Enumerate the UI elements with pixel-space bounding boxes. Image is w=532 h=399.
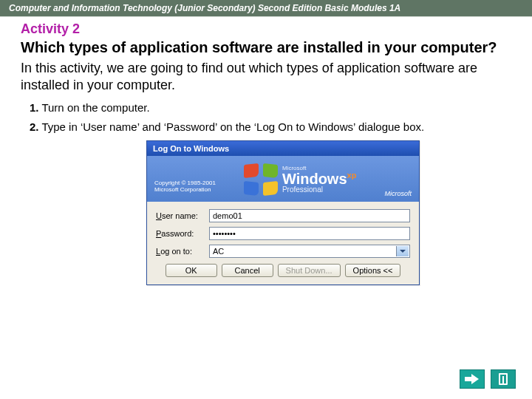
copyright-line1: Copyright © 1985-2001 [154,180,216,187]
brand-windows: Windowsxp [282,171,356,186]
end-button[interactable] [491,369,516,389]
brand-xp: xp [347,171,357,180]
footer-nav [460,369,516,389]
row-password: Password: •••••••• [156,227,410,240]
brand-professional: Professional [282,186,356,194]
windows-flag-icon [244,164,278,195]
end-icon [499,373,508,385]
row-logonto: Log on to: AC [156,245,410,258]
next-button[interactable] [460,369,485,389]
step-1-text: Turn on the computer. [41,101,149,114]
row-username: User name: demo01 [156,209,410,222]
label-logonto: Log on to: [156,247,209,256]
dialog-titlebar: Log On to Windows [147,141,419,156]
select-logonto[interactable]: AC [209,245,410,258]
logon-dialog: Log On to Windows Copyright © 1985-2001 … [146,140,420,285]
banner-left: Copyright © 1985-2001 Microsoft Corporat… [154,166,216,194]
shutdown-button[interactable]: Shut Down... [278,264,341,277]
step-2-text: Type in ‘User name’ and ‘Password’ on th… [41,120,424,133]
label-username: User name: [156,211,209,220]
activity-question: Which types of application software are … [21,38,511,57]
activity-label: Activity 2 [21,21,511,37]
dialog-button-row: OK Cancel Shut Down... Options << [156,264,410,277]
step-1-number: 1. [30,101,39,114]
input-password[interactable]: •••••••• [209,227,410,240]
cancel-button[interactable]: Cancel [222,264,273,277]
content-area: Activity 2 Which types of application so… [0,17,532,285]
ok-button[interactable]: OK [166,264,217,277]
step-1: 1. Turn on the computer. [30,100,511,115]
steps-list: 1. Turn on the computer. 2. Type in ‘Use… [21,100,511,135]
copyright-line2: Microsoft Corporation [154,186,216,194]
dialog-banner: Copyright © 1985-2001 Microsoft Corporat… [147,156,419,202]
brand-microsoft-right: Microsoft [384,190,412,197]
step-2-number: 2. [30,120,39,133]
module-header: Computer and Information Technology (Jun… [0,0,532,17]
step-2: 2. Type in ‘User name’ and ‘Password’ on… [30,120,511,134]
input-username[interactable]: demo01 [209,209,410,222]
arrow-right-icon [465,374,480,384]
activity-intro: In this activity, we are going to find o… [21,60,511,95]
brand-block: Microsoft Windowsxp Professional [244,164,356,195]
dialog-form: User name: demo01 Password: •••••••• Log… [147,202,419,284]
options-button[interactable]: Options << [345,264,401,277]
label-password: Password: [156,229,209,238]
